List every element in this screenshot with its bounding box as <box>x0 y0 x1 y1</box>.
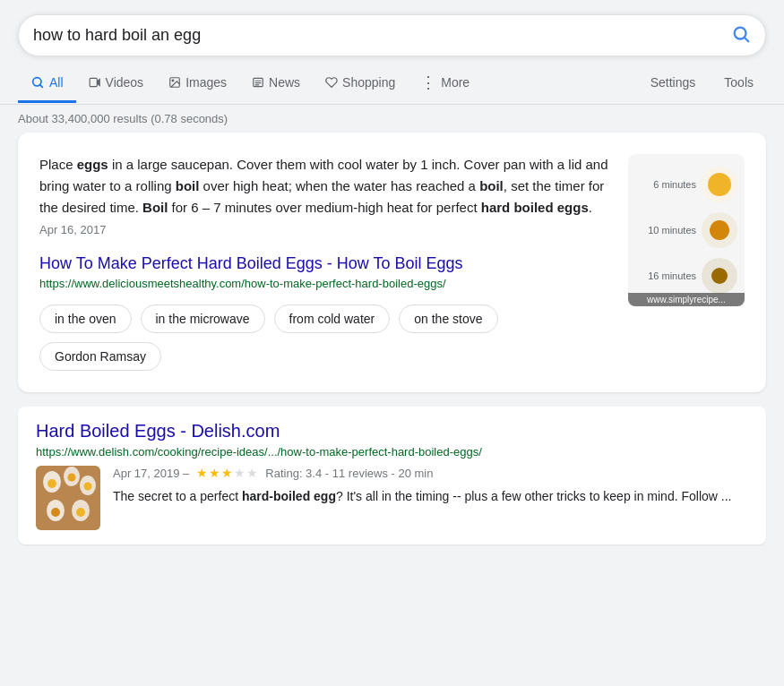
egg-visual: 6 minutes 10 minutes 16 minutes <box>628 154 745 306</box>
tag-from-cold-water[interactable]: from cold water <box>274 304 391 333</box>
star-2: ★ <box>209 466 220 480</box>
featured-title-link[interactable]: How To Make Perfect Hard Boiled Eggs - H… <box>39 254 463 272</box>
featured-image: 6 minutes 10 minutes 16 minutes <box>628 154 745 371</box>
search-icon <box>731 24 751 44</box>
tag-gordon-ramsay[interactable]: Gordon Ramsay <box>39 342 161 371</box>
egg-thumbnail-icon <box>36 466 100 530</box>
svg-point-22 <box>76 508 85 517</box>
yolk-1 <box>708 173 731 196</box>
snippet-text: Place eggs in a large saucepan. Cover th… <box>39 154 610 240</box>
svg-rect-4 <box>90 78 97 86</box>
tab-all-label: All <box>49 75 64 90</box>
nav-settings-group: Settings Tools <box>638 64 766 103</box>
svg-point-18 <box>84 483 92 491</box>
result-url: https://www.delish.com/cooking/recipe-id… <box>36 445 748 459</box>
tab-all[interactable]: All <box>18 64 76 103</box>
images-icon <box>168 76 181 89</box>
egg-half-2 <box>702 212 737 248</box>
yolk-3 <box>711 268 728 284</box>
main-content: Place eggs in a large saucepan. Cover th… <box>0 133 784 545</box>
snippet-date: Apr 16, 2017 <box>39 223 106 236</box>
egg-row-10min: 10 minutes <box>635 212 737 248</box>
egg-time-16: 16 minutes <box>648 270 696 281</box>
egg-time-10: 10 minutes <box>648 225 696 236</box>
search-bar <box>18 14 766 56</box>
results-count: About 33,400,000 results (0.78 seconds) <box>0 105 784 133</box>
tag-in-the-microwave[interactable]: in the microwave <box>141 304 265 333</box>
second-result-card: Hard Boiled Eggs - Delish.com https://ww… <box>18 407 766 545</box>
rating-detail: Rating: 3.4 - 11 reviews - 20 min <box>265 467 433 480</box>
settings-label: Settings <box>650 75 696 90</box>
more-dots-icon: ⋮ <box>420 74 436 90</box>
featured-url: https://www.deliciousmeetshealthy.com/ho… <box>39 277 610 290</box>
tab-news[interactable]: News <box>239 64 313 103</box>
star-3: ★ <box>221 466 233 480</box>
svg-point-14 <box>47 479 56 488</box>
star-5: ★ <box>246 466 258 480</box>
nav-tabs: All Videos Images News Shopping ⋮ More S… <box>0 64 784 105</box>
result-thumbnail <box>36 466 100 530</box>
result-title-link[interactable]: Hard Boiled Eggs - Delish.com <box>36 421 748 442</box>
svg-point-16 <box>68 474 76 482</box>
featured-title: How To Make Perfect Hard Boiled Eggs - H… <box>39 254 610 273</box>
video-icon <box>89 76 101 89</box>
tab-more[interactable]: ⋮ More <box>408 64 482 104</box>
tab-images-label: Images <box>185 75 227 90</box>
svg-line-1 <box>745 38 748 41</box>
search-bar-container <box>0 0 784 56</box>
tab-settings[interactable]: Settings <box>638 64 709 103</box>
tab-shopping-label: Shopping <box>342 75 395 90</box>
result-title: Hard Boiled Eggs - Delish.com <box>36 421 748 442</box>
featured-text: Place eggs in a large saucepan. Cover th… <box>39 154 610 371</box>
result-snippet: The secret to a perfect hard-boiled egg?… <box>113 487 731 506</box>
tab-videos-label: Videos <box>106 75 144 90</box>
search-tab-icon <box>30 75 45 90</box>
tab-images[interactable]: Images <box>156 64 239 103</box>
tools-label: Tools <box>724 75 754 90</box>
tab-news-label: News <box>269 75 300 90</box>
search-input[interactable] <box>33 26 731 45</box>
star-4: ★ <box>234 466 246 480</box>
tab-videos[interactable]: Videos <box>76 64 157 103</box>
featured-snippet-card: Place eggs in a large saucepan. Cover th… <box>18 133 766 392</box>
tag-in-the-oven[interactable]: in the oven <box>39 304 132 333</box>
svg-line-3 <box>39 84 42 87</box>
tag-on-the-stove[interactable]: on the stove <box>399 304 497 333</box>
tab-shopping[interactable]: Shopping <box>313 64 408 103</box>
search-button[interactable] <box>731 24 751 47</box>
yolk-2 <box>710 220 729 240</box>
tags-row: in the oven in the microwave from cold w… <box>39 304 610 371</box>
news-icon <box>252 76 264 89</box>
star-1: ★ <box>196 466 208 480</box>
svg-point-20 <box>51 508 60 517</box>
svg-point-7 <box>172 80 174 81</box>
tab-more-label: More <box>441 75 470 90</box>
result-text: Apr 17, 2019 – ★ ★ ★ ★ ★ Rating: 3.4 - 1… <box>113 466 731 530</box>
egg-half-1 <box>702 167 737 202</box>
shopping-icon <box>325 76 338 89</box>
image-source: www.simplyrecipe... <box>628 293 745 306</box>
egg-row-16min: 16 minutes <box>635 258 737 294</box>
star-rating: ★ ★ ★ ★ ★ <box>196 466 258 480</box>
result-body: Apr 17, 2019 – ★ ★ ★ ★ ★ Rating: 3.4 - 1… <box>36 466 748 530</box>
egg-row-6min: 6 minutes <box>635 167 737 202</box>
tab-tools[interactable]: Tools <box>711 64 766 103</box>
result-date: Apr 17, 2019 – <box>113 467 189 480</box>
egg-time-6: 6 minutes <box>653 179 696 190</box>
egg-half-3 <box>702 258 737 294</box>
result-meta: Apr 17, 2019 – ★ ★ ★ ★ ★ Rating: 3.4 - 1… <box>113 466 731 480</box>
